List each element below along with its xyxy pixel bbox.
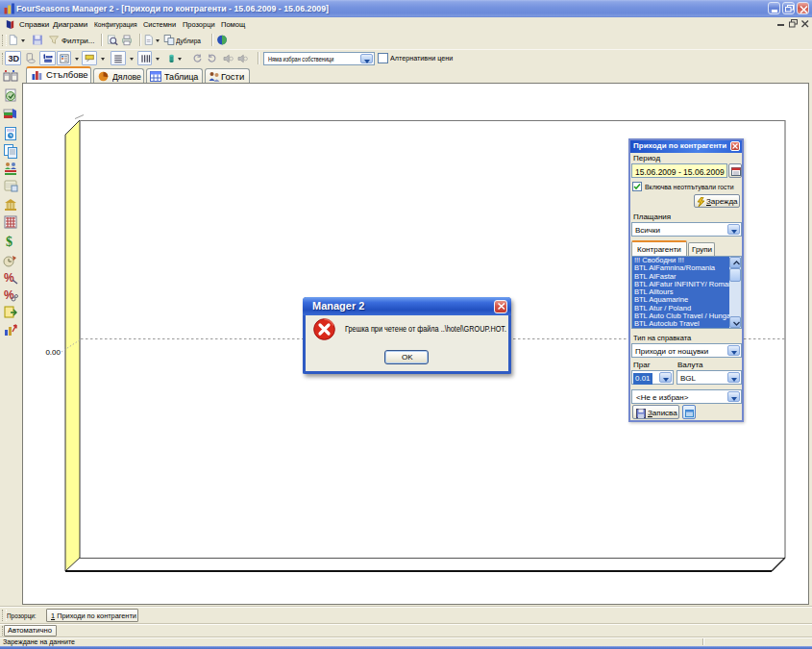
svg-text:0.00: 0.00 xyxy=(45,348,61,357)
